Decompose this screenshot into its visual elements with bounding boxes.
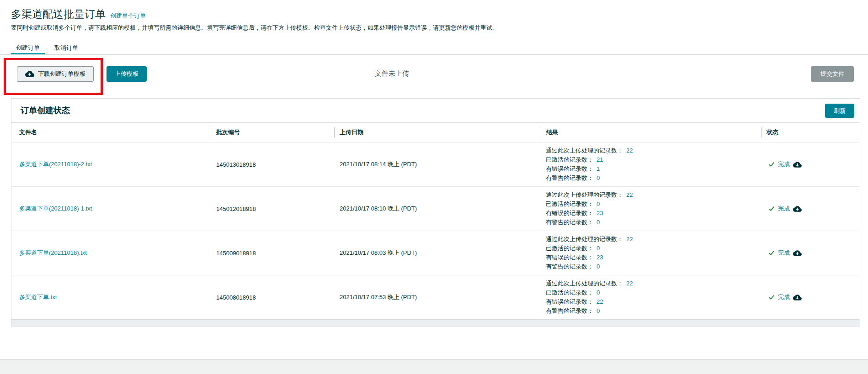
- result-label: 通过此次上传处理的记录数：: [546, 280, 623, 287]
- tab-bar: 创建订单 取消订单: [0, 41, 868, 55]
- result-label: 有警告的记录数：: [546, 219, 593, 226]
- result-value: 0: [596, 263, 600, 270]
- result-label: 已激活的记录数：: [546, 200, 593, 207]
- status-cell: 完成: [761, 160, 860, 169]
- check-icon: [768, 205, 775, 212]
- column-header-filename: 文件名: [11, 128, 211, 137]
- file-upload-status: 文件未上传: [375, 69, 409, 78]
- result-value: 22: [626, 147, 633, 154]
- result-label: 有警告的记录数：: [546, 307, 593, 314]
- result-value: 0: [596, 219, 600, 226]
- result-cell: 通过此次上传处理的记录数：22 已激活的记录数：0 有错误的记录数：23 有警告…: [541, 190, 761, 227]
- result-value: 0: [596, 245, 600, 252]
- result-label: 已激活的记录数：: [546, 245, 593, 252]
- file-name-link[interactable]: 多渠道下单(20211018).txt: [19, 249, 87, 256]
- file-name-link[interactable]: 多渠道下单.txt: [19, 294, 57, 300]
- result-value: 22: [626, 236, 633, 242]
- result-value: 0: [596, 200, 600, 207]
- upload-date: 2021/10/17 08:03 晚上 (PDT): [334, 249, 541, 257]
- action-row: 下载创建订单模板 上传模板 文件未上传 提交文件: [0, 66, 868, 82]
- result-value: 22: [626, 191, 633, 198]
- status-text: 完成: [778, 160, 790, 169]
- upload-date: 2021/10/17 08:14 晚上 (PDT): [334, 160, 541, 169]
- order-status-panel: 订单创建状态 刷新 文件名 批次编号 上传日期 结果 状态 多渠道下单(2021…: [11, 98, 860, 327]
- tab-create-order[interactable]: 创建订单: [11, 41, 45, 54]
- result-label: 有错误的记录数：: [546, 210, 593, 216]
- cloud-download-icon: [25, 69, 34, 79]
- result-label: 有错误的记录数：: [546, 165, 593, 172]
- submit-file-button[interactable]: 提交文件: [811, 66, 854, 82]
- download-report-cloud-icon[interactable]: [793, 160, 802, 169]
- result-label: 已激活的记录数：: [546, 289, 593, 296]
- status-text: 完成: [778, 293, 790, 301]
- result-value: 1: [596, 165, 600, 172]
- result-value: 22: [626, 280, 633, 287]
- page-description: 要同时创建或取消多个订单，请下载相应的模板，并填写所需的详细信息。填写完详细信息…: [11, 24, 498, 32]
- result-label: 有错误的记录数：: [546, 298, 593, 305]
- check-icon: [768, 250, 775, 256]
- table-row: 多渠道下单.txt 145008018918 2021/10/17 07:53 …: [11, 275, 860, 319]
- status-text: 完成: [778, 249, 790, 257]
- column-header-result: 结果: [541, 128, 761, 137]
- batch-id: 145008018918: [211, 294, 334, 301]
- table-row: 多渠道下单(20211018)-1.txt 145012018918 2021/…: [11, 186, 860, 231]
- create-single-order-link[interactable]: 创建单个订单: [110, 12, 146, 20]
- column-header-status: 状态: [761, 128, 860, 137]
- result-label: 通过此次上传处理的记录数：: [546, 191, 623, 198]
- result-cell: 通过此次上传处理的记录数：22 已激活的记录数：21 有错误的记录数：1 有警告…: [541, 146, 761, 183]
- check-icon: [768, 161, 775, 168]
- table-footer-strip: [11, 319, 860, 326]
- upload-template-button[interactable]: 上传模板: [107, 66, 147, 82]
- file-name-link[interactable]: 多渠道下单(20211018)-2.txt: [19, 161, 92, 168]
- result-cell: 通过此次上传处理的记录数：22 已激活的记录数：0 有错误的记录数：23 有警告…: [541, 235, 761, 271]
- column-header-batch-id: 批次编号: [211, 128, 334, 137]
- status-cell: 完成: [761, 293, 860, 302]
- refresh-button[interactable]: 刷新: [825, 104, 854, 118]
- result-label: 已激活的记录数：: [546, 156, 593, 163]
- result-value: 0: [596, 174, 600, 181]
- table-header-row: 文件名 批次编号 上传日期 结果 状态: [11, 123, 860, 142]
- batch-id: 145009018918: [211, 250, 334, 257]
- status-cell: 完成: [761, 205, 860, 213]
- column-header-upload-date: 上传日期: [334, 128, 541, 137]
- result-value: 23: [596, 210, 603, 216]
- result-cell: 通过此次上传处理的记录数：22 已激活的记录数：0 有错误的记录数：22 有警告…: [541, 279, 761, 316]
- batch-id: 145012018918: [211, 205, 334, 212]
- status-text: 完成: [778, 205, 790, 213]
- panel-title: 订单创建状态: [21, 105, 70, 116]
- result-value: 22: [596, 298, 603, 305]
- page-header: 多渠道配送批量订单 创建单个订单: [11, 7, 146, 21]
- page-footer-strip: [0, 359, 868, 374]
- upload-date: 2021/10/17 08:10 晚上 (PDT): [334, 205, 541, 213]
- result-label: 有警告的记录数：: [546, 263, 593, 270]
- download-report-cloud-icon[interactable]: [793, 249, 802, 258]
- download-template-button[interactable]: 下载创建订单模板: [17, 66, 94, 82]
- page-title: 多渠道配送批量订单: [11, 7, 106, 21]
- download-report-cloud-icon[interactable]: [793, 205, 802, 213]
- table-row: 多渠道下单(20211018)-2.txt 145013018918 2021/…: [11, 142, 860, 186]
- check-icon: [768, 294, 775, 300]
- status-cell: 完成: [761, 249, 860, 258]
- result-label: 通过此次上传处理的记录数：: [546, 147, 623, 154]
- result-value: 23: [596, 254, 603, 261]
- table-row: 多渠道下单(20211018).txt 145009018918 2021/10…: [11, 231, 860, 275]
- file-name-link[interactable]: 多渠道下单(20211018)-1.txt: [19, 205, 92, 212]
- result-label: 通过此次上传处理的记录数：: [546, 236, 623, 242]
- result-value: 0: [596, 289, 600, 296]
- download-template-label: 下载创建订单模板: [38, 70, 85, 78]
- download-report-cloud-icon[interactable]: [793, 293, 802, 302]
- result-label: 有错误的记录数：: [546, 254, 593, 261]
- tab-cancel-order[interactable]: 取消订单: [49, 41, 83, 54]
- batch-id: 145013018918: [211, 161, 334, 168]
- result-value: 21: [596, 156, 603, 163]
- result-label: 有警告的记录数：: [546, 174, 593, 181]
- panel-header: 订单创建状态 刷新: [11, 99, 860, 123]
- result-value: 0: [596, 307, 600, 314]
- upload-date: 2021/10/17 07:53 晚上 (PDT): [334, 293, 541, 301]
